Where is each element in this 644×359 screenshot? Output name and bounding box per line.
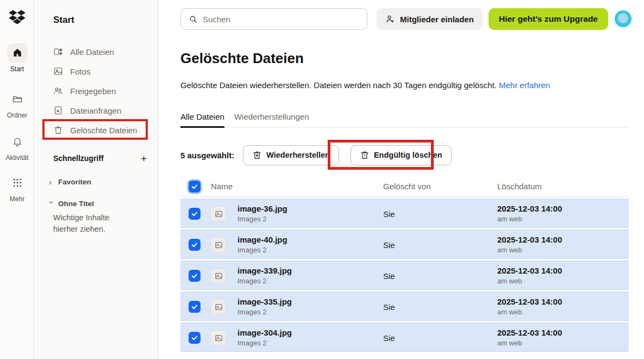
sidebar-heading: Start: [53, 15, 74, 26]
file-name[interactable]: image-36.jpg: [237, 204, 287, 213]
table-row[interactable]: image-36.jpg Images 2 Sie 2025-12-03 14:…: [180, 199, 629, 228]
rail-item-label: Ordner: [0, 112, 34, 119]
file-name[interactable]: image-304.jpg: [237, 328, 292, 337]
folder-icon: [7, 89, 28, 109]
row-checkbox[interactable]: [189, 332, 201, 344]
search-icon: [189, 15, 198, 24]
tab-bar: Alle Dateien Wiederherstellungen: [180, 110, 629, 127]
select-all-checkbox[interactable]: [189, 181, 201, 193]
sidebar-item-dateianfragen[interactable]: Dateianfragen: [35, 101, 158, 120]
rail-item-aktivitaet[interactable]: Aktivität: [0, 132, 34, 162]
sidebar-item-freigegeben[interactable]: Freigegeben: [35, 81, 158, 101]
sidebar-group-label: Ohne Titel: [58, 200, 94, 208]
image-file-icon: [211, 268, 226, 283]
rail-item-label: Start: [0, 65, 34, 73]
learn-more-link[interactable]: Mehr erfahren: [499, 81, 550, 90]
page-title: Gelöschte Dateien: [180, 50, 304, 67]
drag-hint-text: Wichtige Inhalte hierher ziehen.: [53, 212, 121, 235]
bell-icon: [7, 132, 28, 151]
quick-access-label: Schnellzugriff: [53, 154, 104, 163]
image-file-icon: [211, 299, 226, 314]
delete-source: am web: [497, 277, 562, 285]
chevron-down-icon: [47, 201, 57, 206]
file-name[interactable]: image-40.jpg: [237, 235, 287, 244]
photo-icon: [53, 66, 63, 76]
permanently-delete-label: Endgültig löschen: [374, 151, 442, 159]
file-folder: Images 2: [237, 215, 287, 223]
delete-date: 2025-12-03 14:00: [497, 266, 562, 275]
quick-access-header: Schnellzugriff +: [53, 150, 147, 166]
tab-alle-dateien[interactable]: Alle Dateien: [180, 110, 224, 128]
sidebar-item-alle-dateien[interactable]: Alle Dateien: [35, 42, 158, 61]
file-name[interactable]: image-339.jpg: [237, 266, 292, 275]
trash-alert-icon: [360, 150, 370, 160]
sidebar-item-label: Fotos: [70, 67, 91, 76]
file-folder: Images 2: [237, 277, 292, 285]
sidebar-item-label: Alle Dateien: [70, 47, 114, 57]
add-icon[interactable]: +: [141, 153, 147, 164]
header-divider: [180, 196, 629, 197]
sidebar-item-geloeschte-dateien[interactable]: Gelöschte Dateien: [35, 120, 158, 140]
deleted-by: Sie: [383, 261, 395, 290]
upgrade-button[interactable]: Hier geht's zum Upgrade: [489, 8, 608, 30]
file-name[interactable]: image-335.jpg: [237, 297, 292, 306]
chevron-right-icon: [49, 177, 54, 187]
column-header-name[interactable]: Name: [211, 182, 233, 191]
restore-icon: [252, 150, 262, 160]
rail-item-label: Mehr: [0, 195, 34, 203]
deleted-by: Sie: [383, 199, 395, 228]
row-checkbox[interactable]: [189, 239, 201, 251]
permanently-delete-button[interactable]: Endgültig löschen: [351, 145, 452, 165]
sidebar-group-favoriten[interactable]: Favoriten: [49, 175, 91, 188]
deleted-by: Sie: [383, 292, 395, 321]
search-box[interactable]: [180, 8, 367, 30]
person-add-icon: [385, 14, 395, 24]
image-file-icon: [211, 206, 226, 221]
dropbox-logo-icon[interactable]: [8, 9, 26, 26]
invite-members-label: Mitglieder einladen: [400, 15, 474, 24]
sidebar-item-label: Freigegeben: [70, 86, 116, 96]
sidebar-item-fotos[interactable]: Fotos: [35, 61, 158, 81]
file-request-icon: [53, 106, 63, 115]
row-checkbox[interactable]: [189, 301, 201, 313]
selected-count-label: 5 ausgewählt:: [180, 151, 234, 160]
delete-source: am web: [497, 339, 562, 347]
tab-wiederherstellungen[interactable]: Wiederherstellungen: [234, 110, 309, 127]
selection-bar: 5 ausgewählt: Wiederherstellen Endgültig…: [180, 145, 452, 165]
invite-members-button[interactable]: Mitglieder einladen: [377, 8, 483, 30]
main-content: Mitglieder einladen Hier geht's zum Upgr…: [159, 0, 644, 359]
all-files-icon: [53, 47, 63, 57]
sidebar: Start Alle Dateien Fotos F: [35, 0, 158, 359]
rail-item-mehr[interactable]: Mehr: [0, 173, 34, 203]
sidebar-group-label: Favoriten: [58, 178, 91, 186]
deleted-files-table: Name Gelöscht von Löschdatum image-36.jp…: [180, 180, 629, 196]
table-row[interactable]: image-335.jpg Images 2 Sie 2025-12-03 14…: [180, 292, 629, 321]
sidebar-item-label: Gelöschte Dateien: [70, 126, 137, 135]
delete-date: 2025-12-03 14:00: [497, 204, 562, 213]
sidebar-item-label: Dateianfragen: [70, 106, 121, 115]
row-checkbox[interactable]: [189, 270, 201, 282]
rail-item-label: Aktivität: [0, 154, 34, 162]
row-checkbox[interactable]: [189, 208, 201, 220]
people-icon: [53, 86, 63, 96]
delete-date: 2025-12-03 14:00: [497, 297, 562, 306]
restore-label: Wiederherstellen: [266, 151, 330, 159]
file-folder: Images 2: [237, 308, 292, 316]
home-icon: [7, 43, 28, 63]
restore-button[interactable]: Wiederherstellen: [243, 145, 339, 165]
grid-dots-icon: [7, 173, 28, 193]
sidebar-group-ohne-titel[interactable]: Ohne Titel: [49, 197, 94, 210]
avatar[interactable]: [615, 10, 632, 27]
column-header-deleted-by[interactable]: Gelöscht von: [383, 182, 431, 191]
search-input[interactable]: [203, 15, 359, 24]
trash-icon: [53, 125, 63, 135]
deleted-by: Sie: [383, 323, 395, 352]
table-row[interactable]: image-304.jpg Images 2 Sie 2025-12-03 14…: [180, 323, 629, 352]
table-row[interactable]: image-40.jpg Images 2 Sie 2025-12-03 14:…: [180, 230, 629, 259]
delete-source: am web: [497, 246, 562, 254]
column-header-delete-date[interactable]: Löschdatum: [497, 182, 542, 191]
rail-item-ordner[interactable]: Ordner: [0, 89, 34, 119]
table-row[interactable]: image-339.jpg Images 2 Sie 2025-12-03 14…: [180, 261, 629, 290]
table-header: Name Gelöscht von Löschdatum: [180, 180, 629, 196]
rail-item-start[interactable]: Start: [0, 43, 34, 73]
